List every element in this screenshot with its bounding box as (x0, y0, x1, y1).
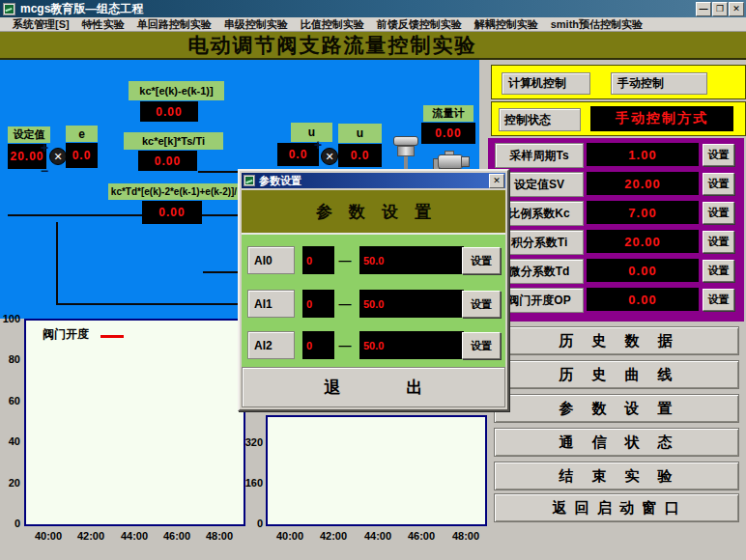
dialog-titlebar[interactable]: 参数设置 ✕ (242, 173, 505, 188)
menu-bar: 系统管理[S] 特性实验 单回路控制实验 串级控制实验 比值控制实验 前馈反馈控… (0, 17, 746, 32)
control-status-value: 手动控制方式 (590, 106, 733, 131)
chart2-ytick: 160 (242, 477, 263, 489)
ai2-label: AI2 (247, 331, 295, 359)
flowmeter-label: 流量计 (423, 105, 473, 122)
sum1-plus-sign: + (41, 141, 48, 154)
menu-system[interactable]: 系统管理[S] (13, 17, 70, 32)
menu-smith[interactable]: smith预估控制实验 (551, 17, 643, 32)
param-set-button[interactable]: 设置 (703, 173, 734, 195)
p-term-formula: kc*[e(k)-e(k-1)] (129, 81, 224, 100)
chart1-ytick: 100 (0, 313, 20, 324)
chart1-legend-label: 阀门开度 (43, 328, 89, 340)
comm-status-button[interactable]: 通 信 状 态 (494, 428, 739, 457)
return-start-window-button[interactable]: 返 回 启 动 窗 口 (494, 493, 739, 522)
dialog-icon (244, 175, 255, 186)
parameter-panel: 采样周期Ts 1.00 设置 设定值SV 20.00 设置 比例系数Kc 7.0… (488, 138, 744, 322)
param-set-button[interactable]: 设置 (703, 231, 734, 253)
ai2-set-button[interactable]: 设置 (462, 332, 501, 359)
close-button[interactable]: ✕ (729, 2, 744, 16)
mcgs-window: { "window": {"title": "mcgs教育版—组态工程", "m… (0, 0, 746, 560)
end-experiment-button[interactable]: 结 束 实 验 (494, 462, 739, 490)
i-term-value: 0.00 (138, 151, 197, 171)
history-curve-button[interactable]: 历 史 曲 线 (494, 360, 739, 389)
page-title: 电动调节阀支路流量控制实验 (0, 32, 746, 60)
menu-decoupling[interactable]: 解耦控制实验 (474, 17, 538, 32)
menu-ratio[interactable]: 比值控制实验 (301, 17, 364, 32)
valve-opening-chart (24, 319, 245, 526)
ai0-low-value: 0 (302, 246, 334, 274)
parameter-setting-button[interactable]: 参 数 设 置 (494, 394, 739, 423)
param-value: 0.00 (587, 259, 699, 282)
u1-value: 0.0 (277, 143, 319, 166)
parameter-settings-dialog: 参数设置 ✕ 参 数 设 置 AI0 0 — 50.0 设置 AI1 0 — 5… (238, 169, 509, 411)
control-status-group: 控制状态 手动控制方式 (491, 101, 746, 136)
restore-button[interactable]: ❐ (712, 2, 728, 16)
ai0-range-dash: — (333, 246, 357, 274)
menu-feedforward[interactable]: 前馈反馈控制实验 (377, 17, 462, 32)
menu-characteristic[interactable]: 特性实验 (82, 17, 125, 32)
ai0-set-button[interactable]: 设置 (462, 247, 501, 274)
ai2-low-value: 0 (302, 331, 334, 359)
sum-junction-2: ✕ (321, 148, 338, 165)
feedback-line-down (56, 222, 58, 305)
param-set-button[interactable]: 设置 (703, 144, 734, 166)
param-value: 7.00 (587, 201, 699, 224)
menu-cascade[interactable]: 串级控制实验 (224, 17, 288, 32)
chart1-ytick: 20 (0, 477, 20, 489)
window-titlebar[interactable]: mcgs教育版—组态工程 — ❐ ✕ (0, 0, 746, 17)
dialog-close-button[interactable]: ✕ (489, 174, 504, 188)
error-label: e (66, 126, 98, 142)
i-term-formula: kc*e[k]*Ts/Ti (124, 132, 223, 150)
window-title: mcgs教育版—组态工程 (20, 1, 143, 17)
history-data-button[interactable]: 历 史 数 据 (494, 326, 739, 355)
mcgs-app-icon (3, 3, 15, 15)
chart2-ytick: 320 (242, 436, 263, 448)
ai2-range-dash: — (333, 331, 357, 359)
dialog-exit-button[interactable]: 退 出 (242, 367, 505, 407)
d-term-value: 0.00 (142, 201, 202, 224)
error-value: 0.0 (66, 143, 98, 168)
param-value: 20.00 (587, 172, 699, 195)
chart1-ytick: 60 (0, 395, 20, 406)
control-mode-group: 计算机控制 手动控制 (491, 65, 746, 99)
chart2-xtick: 40:00 (273, 530, 307, 542)
sum-junction-1: ✕ (49, 148, 67, 165)
u2-label: u (338, 124, 382, 143)
param-value: 1.00 (587, 143, 699, 166)
ai1-label: AI1 (247, 290, 295, 318)
computer-control-button[interactable]: 计算机控制 (502, 72, 590, 95)
dialog-title: 参数设置 (259, 174, 301, 188)
ai1-low-value: 0 (302, 290, 334, 318)
ai0-high-value: 50.0 (359, 246, 464, 274)
menu-single-loop[interactable]: 单回路控制实验 (137, 17, 212, 32)
p-term-value: 0.00 (140, 101, 198, 122)
chart1-legend-line (100, 335, 124, 338)
manual-control-button[interactable]: 手动控制 (611, 72, 707, 95)
param-set-button[interactable]: 设置 (703, 260, 734, 282)
chart2-ytick: 0 (242, 518, 263, 529)
chart1-xtick: 46:00 (159, 530, 194, 542)
ai1-set-button[interactable]: 设置 (462, 291, 501, 318)
chart1-xtick: 42:00 (73, 530, 108, 542)
u2-value: 0.0 (338, 144, 382, 167)
chart1-ytick: 0 (0, 518, 20, 529)
flow-chart (266, 415, 487, 526)
chart2-xtick: 46:00 (404, 530, 439, 542)
ai2-high-value: 50.0 (359, 331, 464, 359)
ai1-range-dash: — (333, 290, 357, 318)
chart2-xtick: 44:00 (360, 530, 395, 542)
param-value: 0.00 (587, 288, 699, 311)
chart1-ytick: 40 (0, 435, 20, 447)
u1-label: u (291, 123, 332, 142)
param-set-button[interactable]: 设置 (703, 289, 734, 311)
dialog-header: 参 数 设 置 (242, 190, 505, 235)
chart2-xtick: 48:00 (448, 530, 483, 542)
chart1-xtick: 40:00 (31, 530, 66, 542)
param-set-button[interactable]: 设置 (703, 202, 734, 224)
sum1-minus-sign: − (41, 164, 48, 178)
param-label: 采样周期Ts (495, 143, 584, 168)
minimize-button[interactable]: — (696, 2, 711, 16)
chart2-xtick: 42:00 (316, 530, 351, 542)
sum2-plus-sign: + (314, 138, 322, 152)
chart1-ytick: 80 (0, 353, 20, 365)
